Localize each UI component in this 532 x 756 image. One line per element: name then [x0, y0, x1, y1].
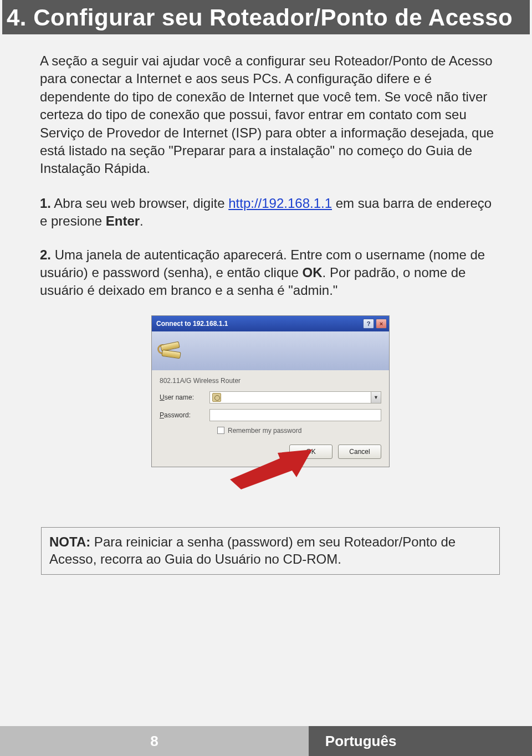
page-number: 8 — [0, 726, 309, 756]
arrow-annotation — [151, 464, 390, 496]
titlebar-buttons: ? × — [363, 319, 387, 329]
step-2: 2. Uma janela de autenticação aparecerá.… — [40, 246, 501, 300]
ok-key: OK — [303, 265, 323, 280]
remember-label: Remember my password — [228, 427, 301, 435]
password-label: Password: — [160, 411, 209, 419]
username-row: User name: ▼ — [160, 391, 381, 403]
keys-icon — [160, 340, 182, 362]
intro-paragraph: A seção a seguir vai ajudar você a confi… — [40, 52, 501, 178]
username-input[interactable]: ▼ — [209, 391, 381, 403]
step-1-text-pre: Abra seu web browser, digite — [51, 196, 228, 211]
remember-row: Remember my password — [217, 427, 381, 435]
section-header: 4. Configurar seu Roteador/Ponto de Aces… — [2, 0, 530, 34]
dialog-header-band — [152, 331, 389, 370]
content-area: A seção a seguir vai ajudar você a confi… — [0, 34, 532, 575]
realm-label: 802.11A/G Wireless Router — [160, 377, 381, 385]
step-1: 1. Abra seu web browser, digite http://1… — [40, 195, 501, 231]
step-1-tail: . — [140, 213, 144, 228]
help-button[interactable]: ? — [363, 319, 374, 329]
note-label: NOTA: — [49, 534, 90, 549]
page-footer: 8 Português — [0, 726, 532, 756]
remember-checkbox[interactable] — [217, 427, 224, 434]
username-label: User name: — [160, 394, 209, 401]
password-row: Password: — [160, 409, 381, 421]
router-url-link[interactable]: http://192.168.1.1 — [228, 196, 332, 211]
page: 4. Configurar seu Roteador/Ponto de Aces… — [0, 0, 532, 756]
auth-dialog: Connect to 192.168.1.1 ? × 802.11A/G Wir… — [151, 315, 390, 467]
note-box: NOTA: Para reiniciar a senha (password) … — [41, 527, 500, 575]
svg-marker-0 — [230, 449, 312, 489]
step-2-number: 2. — [40, 247, 51, 262]
footer-language: Português — [309, 726, 532, 756]
enter-key: Enter — [106, 213, 140, 228]
dialog-titlebar: Connect to 192.168.1.1 ? × — [152, 316, 389, 331]
close-button[interactable]: × — [376, 319, 387, 329]
step-1-number: 1. — [40, 196, 51, 211]
chevron-down-icon[interactable]: ▼ — [371, 392, 381, 403]
dialog-title: Connect to 192.168.1.1 — [156, 320, 228, 328]
note-text: Para reiniciar a senha (password) em seu… — [49, 534, 456, 566]
cancel-button[interactable]: Cancel — [338, 445, 381, 459]
auth-dialog-figure: Connect to 192.168.1.1 ? × 802.11A/G Wir… — [151, 315, 390, 496]
section-title: 4. Configurar seu Roteador/Ponto de Aces… — [7, 4, 521, 31]
user-icon — [212, 393, 221, 402]
password-input[interactable] — [209, 409, 381, 421]
